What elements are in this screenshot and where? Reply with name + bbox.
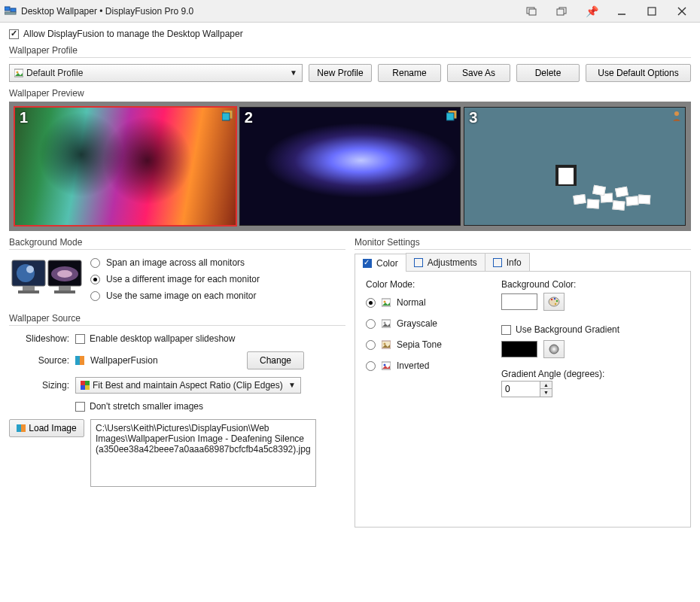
svg-rect-26	[59, 286, 71, 290]
svg-point-48	[555, 303, 556, 305]
sizing-value: Fit Best and maintain Aspect Ratio (Clip…	[93, 380, 283, 391]
change-button[interactable]: Change	[247, 351, 304, 369]
svg-point-46	[554, 298, 555, 299]
load-image-button[interactable]: Load Image	[9, 419, 84, 437]
use-default-options-button[interactable]: Use Default Options	[586, 64, 691, 82]
monitor-number: 2	[245, 109, 253, 126]
tab-color[interactable]: Color	[355, 254, 406, 272]
use-gradient-checkbox[interactable]: Use Background Gradient	[501, 324, 619, 335]
window-title: Desktop Wallpaper • DisplayFusion Pro 9.…	[21, 6, 193, 17]
bgmode-span-label: Span an image across all monitors	[106, 257, 245, 268]
svg-rect-35	[21, 424, 26, 432]
gradangle-input[interactable]	[502, 382, 540, 397]
preview-area: 1 2 3	[9, 102, 691, 231]
calendar-graphic	[555, 165, 577, 186]
monitor-preview-2[interactable]: 2	[239, 107, 461, 226]
tab-info[interactable]: Info	[485, 253, 530, 271]
checkbox-icon	[9, 29, 19, 39]
chevron-down-icon: ▼	[290, 68, 297, 77]
monitor-number: 3	[469, 109, 477, 126]
bgcolor-well[interactable]	[501, 293, 537, 310]
svg-rect-30	[81, 381, 85, 385]
source-group-label: Wallpaper Source	[9, 313, 345, 324]
dont-stretch-checkbox[interactable]: Don't stretch smaller images	[75, 401, 203, 412]
svg-rect-16	[446, 113, 454, 120]
titlebar-aux2-button[interactable]	[546, 0, 577, 23]
svg-point-49	[549, 345, 558, 354]
bgmode-same-radio[interactable]: Use the same image on each monitor	[90, 287, 345, 304]
monitor-preview-3[interactable]: 3	[464, 107, 686, 226]
chevron-down-icon: ▼	[288, 381, 296, 389]
image-path-box[interactable]: C:\Users\Keith\Pictures\DisplayFusion\We…	[90, 419, 316, 487]
gradient-color-well[interactable]	[501, 341, 537, 357]
sizing-select[interactable]: Fit Best and maintain Aspect Ratio (Clip…	[75, 377, 301, 394]
spin-up-button[interactable]: ▲	[540, 382, 552, 390]
bgmode-span-radio[interactable]: Span an image across all monitors	[90, 254, 345, 271]
source-icon	[75, 356, 84, 365]
svg-rect-14	[222, 113, 230, 120]
titlebar-aux1-button[interactable]	[516, 0, 546, 23]
slideshow-checkbox[interactable]: Enable desktop wallpaper slideshow	[75, 333, 235, 344]
gradient-type-button[interactable]	[543, 340, 565, 358]
gradangle-spinner[interactable]: ▲▼	[501, 381, 552, 397]
svg-rect-28	[75, 356, 80, 365]
svg-rect-21	[23, 286, 35, 290]
bgcolor-label: Background Color:	[501, 279, 680, 290]
spin-down-button[interactable]: ▼	[540, 389, 552, 397]
svg-point-17	[674, 111, 679, 116]
allow-manage-checkbox[interactable]: Allow DisplayFusion to manage the Deskto…	[9, 29, 691, 39]
colormode-sepia-radio[interactable]: Sepia Tone	[366, 336, 479, 353]
svg-rect-4	[529, 9, 536, 15]
palette-button[interactable]	[543, 293, 565, 311]
image-icon	[17, 424, 26, 433]
monitor-badge-icon	[222, 111, 233, 121]
profile-group-label: Wallpaper Profile	[9, 45, 691, 56]
gray-icon	[382, 319, 391, 328]
rename-button[interactable]: Rename	[378, 64, 441, 82]
colormode-gray-radio[interactable]: Grayscale	[366, 315, 479, 332]
preview-group-label: Wallpaper Preview	[9, 88, 691, 99]
checkbox-icon	[75, 402, 85, 412]
use-gradient-label: Use Background Gradient	[516, 324, 619, 335]
bgmode-same-label: Use the same image on each monitor	[106, 290, 256, 301]
svg-rect-32	[81, 385, 85, 390]
tab-adjustments[interactable]: Adjustments	[406, 253, 485, 271]
svg-rect-6	[557, 9, 564, 15]
svg-rect-22	[18, 290, 39, 293]
colormode-normal-radio[interactable]: Normal	[366, 294, 479, 311]
svg-rect-8	[648, 8, 656, 15]
color-mode-label: Color Mode:	[366, 279, 479, 290]
svg-rect-33	[85, 385, 90, 390]
delete-button[interactable]: Delete	[516, 64, 580, 82]
papers-graphic	[571, 184, 661, 214]
svg-rect-2	[5, 12, 16, 14]
allow-manage-label: Allow DisplayFusion to manage the Deskto…	[23, 29, 243, 39]
svg-point-45	[551, 299, 552, 300]
source-value: WallpaperFusion	[90, 355, 241, 366]
colormode-inverted-radio[interactable]: Inverted	[366, 357, 479, 374]
minimize-button[interactable]	[607, 0, 637, 23]
bgmode-diff-radio[interactable]: Use a different image for each monitor	[90, 271, 345, 287]
dont-stretch-label: Don't stretch smaller images	[90, 401, 203, 412]
svg-point-47	[556, 300, 558, 302]
bgmode-group-label: Background Mode	[9, 237, 345, 248]
monitor-number: 1	[20, 109, 28, 126]
person-icon	[671, 111, 682, 121]
monitor-preview-1[interactable]: 1	[14, 107, 236, 226]
svg-point-20	[26, 266, 34, 273]
svg-point-25	[57, 270, 72, 278]
svg-rect-29	[80, 356, 84, 365]
pin-button[interactable]: 📌	[577, 0, 607, 23]
svg-rect-1	[11, 8, 16, 12]
svg-rect-0	[5, 7, 10, 11]
profile-select[interactable]: Default Profile ▼	[9, 64, 303, 82]
new-profile-button[interactable]: New Profile	[309, 64, 372, 82]
save-as-button[interactable]: Save As	[447, 64, 510, 82]
color-panel: Color Mode: Normal Grayscale Sepia Tone …	[355, 272, 691, 528]
normal-icon	[382, 298, 391, 307]
close-button[interactable]	[667, 0, 697, 23]
sizing-label: Sizing:	[9, 380, 69, 391]
maximize-button[interactable]	[637, 0, 667, 23]
sizing-icon	[81, 381, 90, 390]
profile-icon	[14, 68, 23, 78]
